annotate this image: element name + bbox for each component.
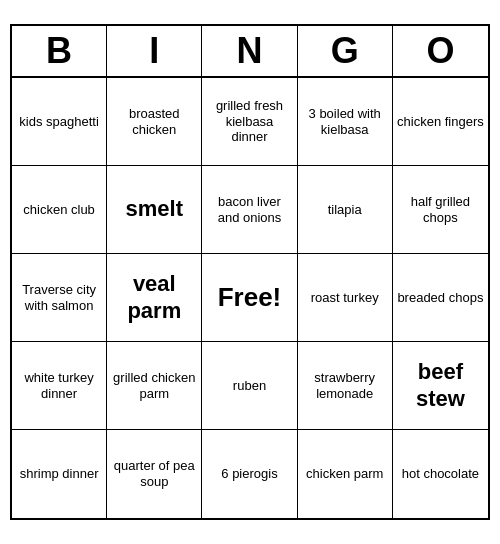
- bingo-cell-21: quarter of pea soup: [107, 430, 202, 518]
- bingo-cell-18: strawberry lemonade: [298, 342, 393, 430]
- bingo-grid: kids spaghettibroasted chickengrilled fr…: [12, 78, 488, 518]
- bingo-cell-9: half grilled chops: [393, 166, 488, 254]
- bingo-cell-22: 6 pierogis: [202, 430, 297, 518]
- bingo-cell-2: grilled fresh kielbasa dinner: [202, 78, 297, 166]
- header-letter-i: I: [107, 26, 202, 76]
- bingo-card: BINGO kids spaghettibroasted chickengril…: [10, 24, 490, 520]
- bingo-cell-11: veal parm: [107, 254, 202, 342]
- bingo-cell-0: kids spaghetti: [12, 78, 107, 166]
- bingo-cell-7: bacon liver and onions: [202, 166, 297, 254]
- bingo-cell-20: shrimp dinner: [12, 430, 107, 518]
- bingo-cell-8: tilapia: [298, 166, 393, 254]
- bingo-cell-6: smelt: [107, 166, 202, 254]
- bingo-cell-5: chicken club: [12, 166, 107, 254]
- bingo-header: BINGO: [12, 26, 488, 78]
- header-letter-g: G: [298, 26, 393, 76]
- bingo-cell-4: chicken fingers: [393, 78, 488, 166]
- header-letter-b: B: [12, 26, 107, 76]
- bingo-cell-1: broasted chicken: [107, 78, 202, 166]
- bingo-cell-15: white turkey dinner: [12, 342, 107, 430]
- bingo-cell-23: chicken parm: [298, 430, 393, 518]
- bingo-cell-10: Traverse city with salmon: [12, 254, 107, 342]
- bingo-cell-16: grilled chicken parm: [107, 342, 202, 430]
- bingo-cell-12: Free!: [202, 254, 297, 342]
- bingo-cell-3: 3 boiled with kielbasa: [298, 78, 393, 166]
- bingo-cell-14: breaded chops: [393, 254, 488, 342]
- bingo-cell-19: beef stew: [393, 342, 488, 430]
- bingo-cell-13: roast turkey: [298, 254, 393, 342]
- header-letter-n: N: [202, 26, 297, 76]
- header-letter-o: O: [393, 26, 488, 76]
- bingo-cell-17: ruben: [202, 342, 297, 430]
- bingo-cell-24: hot chocolate: [393, 430, 488, 518]
